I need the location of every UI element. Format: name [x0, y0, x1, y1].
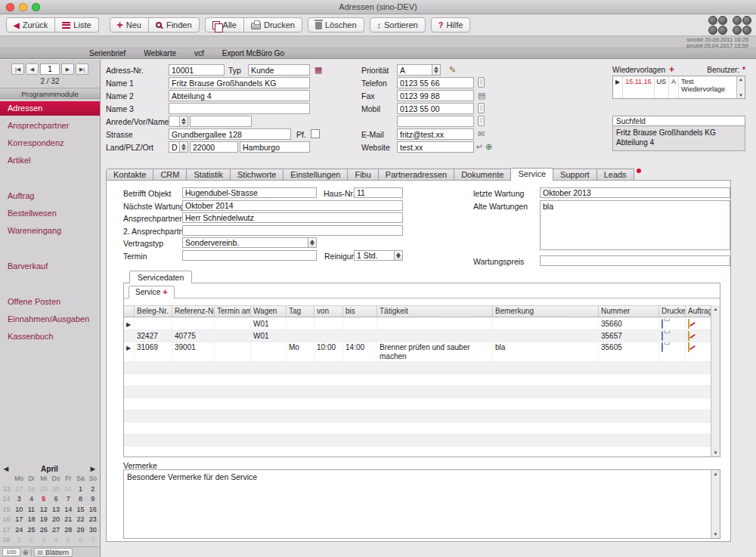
table-row-empty[interactable] — [124, 386, 711, 398]
vermerke-scrollbar[interactable]: ▲ ▼ — [711, 470, 720, 538]
servicedaten-tab[interactable]: Servicedaten — [129, 271, 192, 283]
tab-partneradressen[interactable]: Partneradressen — [379, 169, 454, 181]
return-icon[interactable]: ↵ — [476, 141, 483, 153]
ort-input[interactable] — [240, 141, 310, 153]
ansprechpartner2-input[interactable] — [182, 225, 403, 236]
help-button[interactable]: ?Hilfe — [431, 17, 471, 32]
table-scrollbar[interactable]: ▲ ▼ — [711, 305, 720, 456]
termin-input[interactable] — [182, 250, 317, 261]
window-widget-button[interactable] — [733, 16, 742, 25]
row-expander-icon[interactable]: ▶ — [126, 321, 131, 328]
prioritaet-stepper[interactable] — [432, 64, 441, 76]
print-row-icon[interactable] — [662, 342, 663, 352]
blaettern-button[interactable]: ▤ Blättern — [34, 548, 73, 557]
calendar-day[interactable]: 29 — [38, 484, 50, 495]
email-input[interactable] — [397, 128, 474, 140]
vertragstyp-select[interactable] — [182, 237, 317, 248]
back-button[interactable]: ◀Zurück — [6, 17, 55, 32]
sidebar-item-artikel[interactable]: Artikel — [0, 153, 100, 168]
webkarte-action[interactable]: Webkarte — [144, 49, 176, 57]
tab-support[interactable]: Support — [553, 169, 597, 181]
table-row-empty[interactable] — [124, 422, 711, 435]
calendar-day[interactable]: 28 — [62, 525, 74, 536]
calendar-day[interactable]: 3 — [38, 535, 50, 546]
table-row[interactable]: ▶ W01 35660 — [124, 318, 711, 330]
calendar-day[interactable]: 15 — [74, 505, 86, 515]
delete-button[interactable]: Löschen — [308, 17, 364, 32]
calendar-day[interactable]: 10 — [13, 505, 25, 515]
calendar-day[interactable]: 25 — [25, 525, 37, 536]
fax-input[interactable] — [397, 90, 474, 101]
sidebar-item-kassenbuch[interactable]: Kassenbuch — [0, 330, 100, 344]
calendar-day[interactable]: 8 — [74, 494, 86, 505]
all-button[interactable]: Alle — [205, 17, 244, 32]
calendar-day[interactable]: 20 — [50, 515, 62, 525]
calendar-day[interactable]: 1 — [13, 535, 25, 546]
calendar-day[interactable]: 2 — [87, 484, 99, 495]
calendar-day[interactable]: 1 — [74, 484, 86, 495]
new-button[interactable]: +Neu — [110, 17, 149, 32]
sidebar-item-offene-posten[interactable]: Offene Posten — [0, 295, 100, 309]
sidebar-item-bestellwesen[interactable]: Bestellwesen — [0, 206, 100, 221]
table-row-empty[interactable] — [124, 362, 711, 374]
list-button[interactable]: Liste — [55, 17, 98, 32]
calendar-day-today[interactable]: 5 — [38, 494, 50, 505]
calendar-day[interactable]: 24 — [13, 525, 25, 536]
sidebar-item-einnahmen-ausgaben[interactable]: Einnahmen/Ausgaben — [0, 312, 100, 326]
calendar-day[interactable]: 22 — [74, 515, 86, 525]
zoom-level[interactable]: 100 — [2, 548, 20, 556]
calendar-day[interactable]: 30 — [87, 525, 99, 536]
tab-fibu[interactable]: Fibu — [348, 169, 378, 181]
first-record-button[interactable]: |◀ — [11, 63, 24, 75]
calendar-day[interactable]: 13 — [50, 505, 62, 515]
sidebar-item-wareneingang[interactable]: Wareneingang — [0, 224, 100, 238]
calendar-day[interactable]: 11 — [25, 505, 37, 515]
sidebar-item-adressen[interactable]: Adressen — [0, 101, 100, 116]
mobil-input[interactable] — [397, 103, 474, 114]
land-stepper[interactable] — [179, 141, 188, 153]
table-row[interactable]: ▶ 31069 39001 Mo 10:00 14:00 Brenner prü… — [124, 342, 711, 362]
tab-service[interactable]: Service — [511, 168, 553, 181]
auftrag-row-icon[interactable] — [688, 331, 689, 341]
zoom-icon[interactable]: ⊕ — [23, 549, 29, 556]
minimize-button[interactable] — [19, 3, 27, 11]
last-record-button[interactable]: ▶| — [76, 63, 88, 75]
add-service-row-icon[interactable]: + — [163, 287, 167, 296]
window-widget-button[interactable] — [708, 26, 717, 35]
table-row-empty[interactable] — [124, 398, 711, 410]
print-button[interactable]: Drucken — [244, 17, 302, 32]
calendar-day[interactable]: 18 — [25, 515, 37, 525]
calendar-day[interactable]: 29 — [74, 525, 86, 536]
calendar-day[interactable]: 19 — [38, 515, 50, 525]
calendar-day[interactable]: 30 — [50, 484, 62, 495]
calendar-day[interactable]: 5 — [62, 535, 74, 546]
adress-nr-input[interactable] — [169, 64, 225, 76]
wiedervorlagen-list[interactable]: ▶ 15.11.16 US A Test Wiedervorlage ▲ ▼ — [612, 76, 745, 99]
edit-priority-icon[interactable]: ✎ — [449, 64, 456, 76]
calendar-day[interactable]: 27 — [50, 525, 62, 536]
find-button[interactable]: Finden — [149, 17, 200, 32]
entry-expander-icon[interactable]: ▶ — [615, 79, 620, 85]
telefon2-input[interactable] — [397, 116, 474, 127]
tab-einstellungen[interactable]: Einstellungen — [284, 169, 348, 181]
calendar-day[interactable]: 27 — [13, 484, 25, 495]
vorname-input[interactable] — [190, 116, 252, 127]
calendar-day[interactable]: 2 — [25, 535, 37, 546]
calendar-next-icon[interactable]: ▶ — [91, 466, 95, 472]
sidebar-item-ansprechpartner[interactable]: Ansprechpartner — [0, 119, 100, 133]
haus-nr-input[interactable] — [354, 187, 403, 198]
sort-button[interactable]: ↕Sortieren — [370, 17, 426, 32]
name1-input[interactable] — [169, 77, 310, 88]
naechste-wartung-input[interactable] — [182, 200, 403, 211]
previous-record-button[interactable]: ◀ — [26, 63, 39, 75]
reinigung-stepper[interactable] — [394, 250, 403, 261]
mail-icon[interactable]: ✉ — [478, 128, 485, 140]
window-widget-button[interactable] — [718, 16, 727, 25]
window-widget-button[interactable] — [718, 26, 727, 35]
name3-input[interactable] — [169, 103, 310, 114]
calendar-day[interactable]: 21 — [62, 515, 74, 525]
scroll-down-icon[interactable]: ▼ — [714, 532, 718, 537]
scroll-down-icon[interactable]: ▼ — [714, 450, 718, 455]
window-widget-button[interactable] — [733, 26, 742, 35]
telefon-input[interactable] — [397, 77, 474, 88]
